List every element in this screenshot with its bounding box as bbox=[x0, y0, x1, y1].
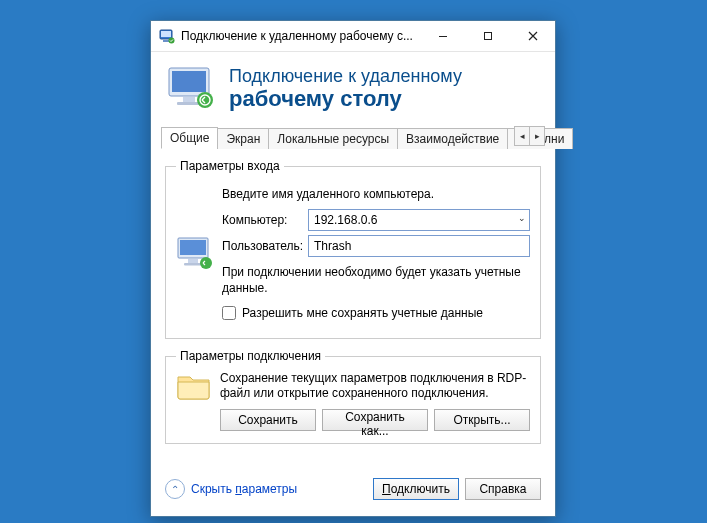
tab-scroll: ◂ ▸ bbox=[514, 126, 545, 146]
rdp-icon bbox=[159, 28, 175, 44]
window-title: Подключение к удаленному рабочему с... bbox=[181, 29, 420, 43]
rdp-options-window: Подключение к удаленному рабочему с... П… bbox=[150, 20, 556, 517]
svg-rect-7 bbox=[172, 71, 206, 92]
user-input[interactable] bbox=[308, 235, 530, 257]
computer-input[interactable] bbox=[308, 209, 530, 231]
computer-label: Компьютер: bbox=[222, 213, 308, 227]
save-credentials-row[interactable]: Разрешить мне сохранять учетные данные bbox=[222, 306, 530, 320]
minimize-button[interactable] bbox=[420, 21, 465, 51]
banner: Подключение к удаленному рабочему столу bbox=[151, 52, 555, 124]
monitor-small-icon bbox=[176, 236, 216, 272]
save-as-button[interactable]: Сохранить как... bbox=[322, 409, 428, 431]
connection-group-legend: Параметры подключения bbox=[176, 349, 325, 363]
tab-scroll-right[interactable]: ▸ bbox=[529, 127, 544, 145]
credentials-note: При подключении необходимо будет указать… bbox=[222, 265, 530, 296]
close-button[interactable] bbox=[510, 21, 555, 51]
monitor-icon bbox=[167, 66, 215, 110]
title-bar[interactable]: Подключение к удаленному рабочему с... bbox=[151, 21, 555, 52]
svg-rect-14 bbox=[184, 263, 202, 266]
connect-button[interactable]: Подключить bbox=[373, 478, 459, 500]
chevron-left-icon: ◂ bbox=[520, 131, 525, 141]
hide-options-link[interactable]: ⌃ Скрыть параметры bbox=[165, 479, 297, 499]
login-group-legend: Параметры входа bbox=[176, 159, 284, 173]
svg-rect-5 bbox=[484, 33, 491, 40]
tab-strip: Общие Экран Локальные ресурсы Взаимодейс… bbox=[161, 124, 545, 149]
svg-rect-1 bbox=[161, 31, 171, 37]
svg-point-15 bbox=[200, 257, 212, 269]
svg-rect-12 bbox=[180, 240, 206, 255]
tab-display[interactable]: Экран bbox=[217, 128, 269, 149]
dialog-footer: ⌃ Скрыть параметры Подключить Справка bbox=[151, 468, 555, 516]
connection-text: Сохранение текущих параметров подключени… bbox=[220, 371, 530, 401]
tab-experience[interactable]: Взаимодействие bbox=[397, 128, 508, 149]
svg-rect-8 bbox=[183, 97, 195, 102]
svg-rect-4 bbox=[439, 36, 447, 37]
chevron-right-icon: ▸ bbox=[535, 131, 540, 141]
close-icon bbox=[528, 31, 538, 41]
tab-scroll-left[interactable]: ◂ bbox=[515, 127, 529, 145]
login-group: Параметры входа Введите имя удаленного к… bbox=[165, 159, 541, 339]
minimize-icon bbox=[438, 31, 448, 41]
chevron-down-icon[interactable]: ⌄ bbox=[518, 213, 526, 223]
connection-group: Параметры подключения Сохранение текущих… bbox=[165, 349, 541, 444]
hide-options-label: Скрыть параметры bbox=[191, 482, 297, 496]
maximize-icon bbox=[483, 31, 493, 41]
svg-rect-2 bbox=[163, 40, 169, 42]
folder-icon bbox=[176, 371, 212, 401]
help-button[interactable]: Справка bbox=[465, 478, 541, 500]
login-intro: Введите имя удаленного компьютера. bbox=[222, 187, 530, 201]
tab-local-resources[interactable]: Локальные ресурсы bbox=[268, 128, 398, 149]
user-label: Пользователь: bbox=[222, 239, 308, 253]
banner-line2: рабочему столу bbox=[229, 87, 462, 110]
tab-general[interactable]: Общие bbox=[161, 127, 218, 149]
chevron-up-circle-icon: ⌃ bbox=[165, 479, 185, 499]
maximize-button[interactable] bbox=[465, 21, 510, 51]
save-credentials-label: Разрешить мне сохранять учетные данные bbox=[242, 306, 483, 320]
open-button[interactable]: Открыть... bbox=[434, 409, 530, 431]
svg-rect-13 bbox=[188, 259, 198, 263]
computer-combo[interactable]: ⌄ bbox=[308, 209, 530, 231]
save-button[interactable]: Сохранить bbox=[220, 409, 316, 431]
save-credentials-checkbox[interactable] bbox=[222, 306, 236, 320]
banner-line1: Подключение к удаленному bbox=[229, 66, 462, 87]
